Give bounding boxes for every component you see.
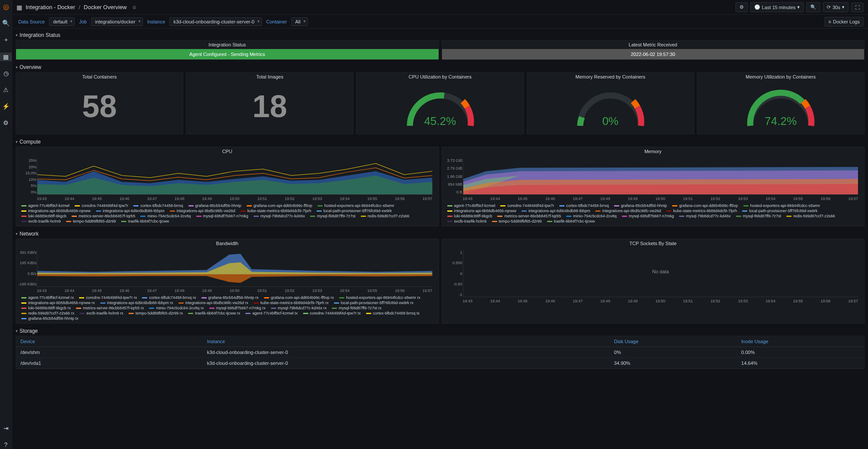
legend-item[interactable]: agent-77c4bff9cf-kzmwl rx	[21, 295, 74, 300]
var-instance-select[interactable]: k3d-cloud-onboarding-cluster-server-0	[169, 17, 261, 26]
legend-item[interactable]: mysql-f68d87ff9-7z7st rx	[332, 306, 381, 310]
help-icon[interactable]: ?	[0, 440, 12, 449]
breadcrumb-title[interactable]: Docker Overview	[84, 4, 127, 10]
legend-item[interactable]: agent-77c4bff9cf-kzmwl	[21, 203, 69, 208]
panel-total-containers[interactable]: Total Containers 58	[16, 72, 183, 134]
legend-item[interactable]: redis-599d97ccf7-z2s66 rx	[21, 311, 74, 315]
zoom-out-button[interactable]: 🔍	[806, 2, 820, 12]
panel-integration-status[interactable]: Integration Status Agent Configured - Se…	[16, 40, 439, 60]
bandwidth-legend[interactable]: agent-77c4bff9cf-kzmwl rxcoredns-7448499…	[16, 295, 439, 323]
plus-icon[interactable]: ＋	[0, 35, 12, 45]
lightning-icon[interactable]: ⚡	[0, 102, 12, 111]
legend-item[interactable]: svclb-traefik-hclm9	[447, 219, 487, 223]
legend-item[interactable]: tempo-5dd89fbf65-d2r99	[66, 219, 116, 223]
legend-item[interactable]: tempo-5dd89fbf65-d2r99 rx	[129, 311, 183, 315]
legend-item[interactable]: cortex-6fbdc74458-brrxq	[133, 203, 183, 208]
memory-legend[interactable]: agent-77c4bff9cf-kzmwlcoredns-7448499f4d…	[442, 203, 865, 226]
panel-mem-reserved[interactable]: Memory Reserved by Containers 0%	[527, 72, 694, 134]
legend-item[interactable]: hosted-exporters-api-86944fcdcc-s5wmr	[317, 203, 394, 208]
legend-item[interactable]: cortex-6fbdc74458-brrxq tx	[366, 311, 420, 315]
legend-item[interactable]: local-path-provisioner-5ff76fc89d-xw9rk …	[334, 301, 413, 305]
explore-icon[interactable]: ◷	[0, 69, 12, 78]
panel-storage-table[interactable]: Device Instance Disk Usage Inode Usage /…	[16, 336, 865, 369]
panel-memory-chart[interactable]: Memory 3.73 GiB2.79 GiB1.86 GiB954 MiB0 …	[442, 147, 865, 226]
legend-item[interactable]: svclb-traefik-hclm9 rx	[79, 311, 123, 315]
breadcrumb-folder[interactable]: Integration - Docker	[26, 4, 75, 10]
cpu-legend[interactable]: agent-77c4bff9cf-kzmwlcoredns-7448499f4d…	[16, 203, 439, 226]
legend-item[interactable]: grafana-com-api-dd654b99c-ff5vp	[672, 203, 738, 208]
legend-item[interactable]: redis-599d97ccf7-z2s66	[786, 214, 835, 218]
legend-item[interactable]: mysql-79b8dcd77c-kd46x	[254, 214, 305, 218]
legend-item[interactable]: traefik-6b84f7cbc-tjcww rx	[188, 311, 240, 315]
legend-item[interactable]: integrations-api-9bd5c96fc-vw26d	[595, 209, 661, 213]
legend-item[interactable]: integrations-api-9bd5c96fc-vw26d	[170, 209, 235, 213]
legend-item[interactable]: cortex-6fbdc74458-brrxq	[559, 203, 609, 208]
alerting-icon[interactable]: ⚠	[0, 85, 12, 94]
legend-item[interactable]: local-path-provisioner-5ff76fc89d-xw9rk	[742, 209, 817, 213]
legend-item[interactable]: mysql-695df7b667-n7mkg rx	[209, 306, 266, 310]
legend-item[interactable]: metrics-server-86cbb8457f-tqrb5	[497, 214, 561, 218]
row-network[interactable]: ▾Network	[16, 229, 865, 239]
col-instance[interactable]: Instance	[203, 336, 610, 347]
legend-item[interactable]: metrics-server-86cbb8457f-tqrb5 rx	[76, 306, 144, 310]
legend-item[interactable]: grafana-85cb54df56-hhntp	[614, 203, 667, 208]
var-container-select[interactable]: All	[291, 17, 308, 26]
legend-item[interactable]: minio-794c5cdc64-2cv8q	[566, 214, 617, 218]
share-icon[interactable]: ☆	[132, 4, 137, 10]
legend-item[interactable]: coredns-7448499f4d-tpw7r tx	[303, 311, 361, 315]
legend-item[interactable]: mysql-695df7b667-n7mkg	[622, 214, 674, 218]
panel-total-images[interactable]: Total Images 18	[186, 72, 353, 134]
legend-item[interactable]: loki-66889c88ff-9kgcb rx	[21, 306, 71, 310]
legend-item[interactable]: coredns-7448499f4d-tpw7r	[500, 203, 554, 208]
row-compute[interactable]: ▾Compute	[16, 137, 865, 147]
legend-item[interactable]: local-path-provisioner-5ff76fc89d-xw9rk	[317, 209, 392, 213]
legend-item[interactable]: redis-599d97ccf7-z2s66	[361, 214, 409, 218]
legend-item[interactable]: integrations-api-6d9c6bdb88-tbbpm rx	[100, 301, 173, 305]
time-range-button[interactable]: 🕘Last 15 minutes▾	[750, 2, 804, 12]
legend-item[interactable]: tempo-5dd89fbf65-d2r99	[492, 219, 542, 223]
search-icon[interactable]: 🔍	[0, 19, 12, 27]
panel-cpu-chart[interactable]: CPU 25%20%15.0%10%5%0% 19:4319:4419:4519…	[16, 147, 439, 226]
col-disk[interactable]: Disk Usage	[610, 336, 737, 347]
row-storage[interactable]: ▾Storage	[16, 326, 865, 336]
legend-item[interactable]: mysql-f68d87ff9-7z7st	[736, 214, 781, 218]
panel-mem-util[interactable]: Memory Utilization by Containers 74.2%	[697, 72, 865, 134]
legend-item[interactable]: grafana-85cb54df56-hhntp rx	[201, 295, 259, 300]
legend-item[interactable]: integrations-api-6d9c6bdb88-tbbpm	[96, 209, 165, 213]
legend-item[interactable]: agent-77c4bff9cf-kzmwl	[447, 203, 495, 208]
legend-item[interactable]: kube-state-metrics-6b89d4dcf9-7lprh rx	[254, 301, 329, 305]
legend-item[interactable]: svclb-traefik-hclm9	[21, 219, 61, 223]
legend-item[interactable]: hosted-exporters-api-86944fcdcc-s5wmr rx	[339, 295, 420, 300]
grafana-logo-icon[interactable]: ◎	[3, 3, 9, 11]
row-overview[interactable]: ▾Overview	[16, 62, 865, 72]
row-integration-status[interactable]: ▾Integration Status	[16, 30, 865, 40]
legend-item[interactable]: integrations-api-6d9c6bdb88-tbbpm	[521, 209, 590, 213]
panel-latest-metric[interactable]: Latest Metric Received 2022-06-02 19:57:…	[442, 40, 865, 60]
var-job-select[interactable]: integrations/docker	[91, 17, 143, 26]
legend-item[interactable]: kube-state-metrics-6b89d4dcf9-7lprh	[666, 209, 737, 213]
legend-item[interactable]: metrics-server-86cbb8457f-tqrb5	[72, 214, 135, 218]
legend-item[interactable]: loki-66889c88ff-9kgcb	[447, 214, 492, 218]
legend-item[interactable]: grafana-com-api-dd654b99c-ff5vp	[247, 203, 312, 208]
dashboards-icon[interactable]: ▦	[0, 52, 12, 61]
legend-item[interactable]: loki-66889c88ff-9kgcb	[21, 214, 66, 218]
legend-item[interactable]: mysql-79b8dcd77c-kd46x	[679, 214, 731, 218]
legend-item[interactable]: grafana-85cb54df56-hhntp	[188, 203, 241, 208]
legend-item[interactable]: integrations-api-6b58db4656-rqnww rx	[21, 301, 95, 305]
legend-item[interactable]: coredns-7448499f4d-tpw7r	[75, 203, 129, 208]
panel-bandwidth-chart[interactable]: Bandwidth 391 KiB/s195 KiB/s0 B/s-195 Ki…	[16, 239, 439, 324]
col-inode[interactable]: Inode Usage	[737, 336, 864, 347]
legend-item[interactable]: grafana-com-api-dd654b99c-ff5vp rx	[264, 295, 334, 300]
tv-mode-button[interactable]: ⛶	[851, 3, 864, 12]
signout-icon[interactable]: ⇥	[0, 424, 12, 433]
legend-item[interactable]: minio-794c5cdc64-2cv8q rx	[149, 306, 204, 310]
legend-item[interactable]: grafana-85cb54df56-hhntp tx	[21, 316, 79, 321]
legend-item[interactable]: hosted-exporters-api-86944fcdcc-s5wmr	[743, 203, 820, 208]
legend-item[interactable]: traefik-6b84f7cbc-tjcww	[547, 219, 595, 223]
legend-item[interactable]: coredns-7448499f4d-tpw7r rx	[79, 295, 137, 300]
legend-item[interactable]: cortex-6fbdc74458-brrxq rx	[142, 295, 196, 300]
panel-tcp-chart[interactable]: TCP Sockets By State 10.5000-0.50-1 No d…	[442, 239, 865, 324]
table-row[interactable]: /dev/shmk3d-cloud-onboarding-cluster-ser…	[16, 347, 864, 358]
table-row[interactable]: /dev/vda1k3d-cloud-onboarding-cluster-se…	[16, 358, 864, 369]
var-datasource-select[interactable]: default	[49, 17, 75, 26]
